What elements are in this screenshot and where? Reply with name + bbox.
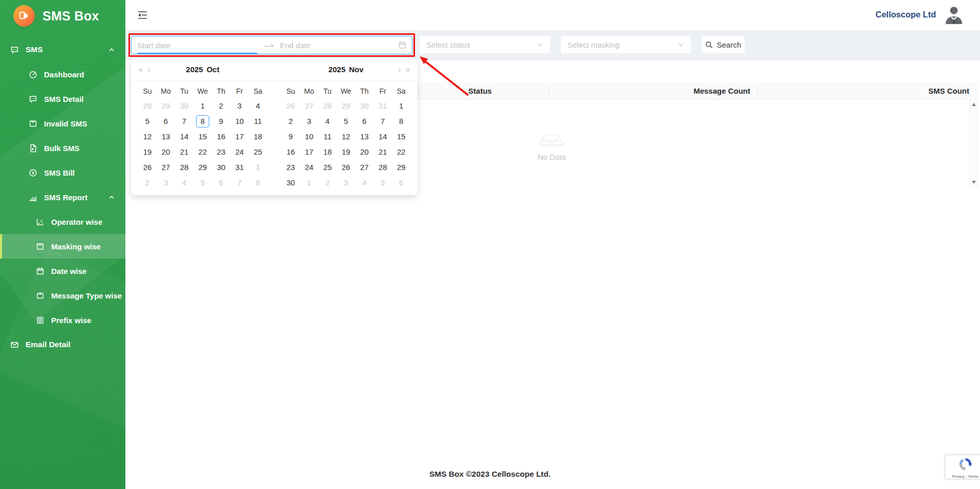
app-logo[interactable]: SMS Box <box>0 0 125 31</box>
sidebar-item-sms[interactable]: SMS <box>0 37 125 62</box>
calendar-day[interactable]: 10 <box>300 129 318 144</box>
calendar-day[interactable]: 11 <box>318 129 337 144</box>
calendar-day[interactable]: 3 <box>157 175 175 190</box>
super-next-icon[interactable]: » <box>406 66 410 74</box>
calendar-day[interactable]: 1 <box>193 98 212 114</box>
sidebar-item-invalid-sms[interactable]: Invalid SMS <box>0 111 125 136</box>
calendar-day[interactable]: 19 <box>337 144 355 160</box>
calendar-day[interactable]: 21 <box>175 144 193 160</box>
calendar-day[interactable]: 26 <box>281 98 300 114</box>
calendar-day[interactable]: 19 <box>138 144 157 160</box>
sidebar-item-email-detail[interactable]: Email Detail <box>0 332 125 357</box>
calendar-day[interactable]: 29 <box>337 98 355 114</box>
end-date-input[interactable]: End date <box>276 41 398 50</box>
calendar-day[interactable]: 27 <box>157 160 175 175</box>
table-scrollbar[interactable] <box>970 99 977 187</box>
calendar-day[interactable]: 30 <box>212 160 230 175</box>
calendar-day[interactable]: 2 <box>212 98 230 114</box>
calendar-day[interactable]: 26 <box>138 160 157 175</box>
calendar-day[interactable]: 30 <box>175 98 193 114</box>
sidebar-item-dashboard[interactable]: Dashboard <box>0 62 125 87</box>
calendar-day[interactable]: 25 <box>249 144 267 160</box>
calendar-day[interactable]: 2 <box>318 175 337 190</box>
sidebar-item-masking-wise[interactable]: Masking wise <box>0 234 125 259</box>
calendar-day[interactable]: 7 <box>175 114 193 129</box>
calendar-day[interactable]: 8 <box>249 175 267 190</box>
calendar-day[interactable]: 5 <box>193 175 212 190</box>
calendar-day[interactable]: 4 <box>175 175 193 190</box>
calendar-day[interactable]: 17 <box>300 144 318 160</box>
calendar-day[interactable]: 14 <box>374 129 392 144</box>
calendar-day[interactable]: 28 <box>175 160 193 175</box>
calendar-day[interactable]: 29 <box>193 160 212 175</box>
super-prev-icon[interactable]: « <box>139 66 143 74</box>
next-icon[interactable]: › <box>399 66 401 74</box>
calendar-day[interactable]: 3 <box>230 98 249 114</box>
calendar-day[interactable]: 27 <box>355 160 374 175</box>
calendar-day[interactable]: 24 <box>230 144 249 160</box>
calendar-day[interactable]: 15 <box>392 129 410 144</box>
calendar-day[interactable]: 27 <box>300 98 318 114</box>
calendar-day[interactable]: 6 <box>212 175 230 190</box>
calendar-day[interactable]: 24 <box>300 160 318 175</box>
calendar-day[interactable]: 25 <box>318 160 337 175</box>
calendar-day[interactable]: 6 <box>355 114 374 129</box>
calendar-day[interactable]: 16 <box>212 129 230 144</box>
calendar-day[interactable]: 5 <box>337 114 355 129</box>
calendar-day[interactable]: 12 <box>337 129 355 144</box>
calendar-year-button[interactable]: 2025 <box>186 65 203 74</box>
sidebar-item-sms-detail[interactable]: SMS Detail <box>0 87 125 111</box>
menu-fold-icon[interactable] <box>137 10 148 20</box>
calendar-day[interactable]: 13 <box>355 129 374 144</box>
calendar-month-button[interactable]: Oct <box>207 65 220 74</box>
calendar-day[interactable]: 20 <box>157 144 175 160</box>
calendar-day[interactable]: 4 <box>355 175 374 190</box>
calendar-day[interactable]: 12 <box>138 129 157 144</box>
calendar-day[interactable]: 2 <box>281 114 300 129</box>
scroll-up-icon[interactable] <box>972 103 976 106</box>
calendar-day[interactable]: 4 <box>249 98 267 114</box>
calendar-day[interactable]: 26 <box>337 160 355 175</box>
calendar-day[interactable]: 23 <box>212 144 230 160</box>
calendar-day[interactable]: 4 <box>318 114 337 129</box>
user-avatar-icon[interactable] <box>944 5 964 25</box>
prev-icon[interactable]: ‹ <box>148 66 150 74</box>
calendar-day[interactable]: 23 <box>281 160 300 175</box>
sidebar-item-bulk-sms[interactable]: Bulk SMS <box>0 136 125 160</box>
calendar-day[interactable]: 5 <box>374 175 392 190</box>
calendar-day[interactable]: 9 <box>212 114 230 129</box>
calendar-day[interactable]: 31 <box>374 98 392 114</box>
calendar-day[interactable]: 22 <box>193 144 212 160</box>
calendar-day[interactable]: 31 <box>230 160 249 175</box>
calendar-day[interactable]: 13 <box>157 129 175 144</box>
calendar-day[interactable]: 6 <box>157 114 175 129</box>
calendar-day[interactable]: 1 <box>392 98 410 114</box>
calendar-day[interactable]: 8 <box>392 114 410 129</box>
masking-select[interactable]: Select masking <box>561 36 691 53</box>
calendar-day[interactable]: 18 <box>249 129 267 144</box>
sidebar-item-date-wise[interactable]: Date wise <box>0 259 125 283</box>
calendar-month-button[interactable]: Nov <box>349 65 363 74</box>
calendar-day[interactable]: 11 <box>249 114 267 129</box>
calendar-day[interactable]: 29 <box>392 160 410 175</box>
calendar-day[interactable]: 8 <box>193 114 212 129</box>
sidebar-item-sms-report[interactable]: SMS Report <box>0 185 125 209</box>
calendar-day[interactable]: 2 <box>138 175 157 190</box>
start-date-input[interactable]: Start date <box>137 41 264 50</box>
calendar-day[interactable]: 7 <box>230 175 249 190</box>
calendar-day[interactable]: 30 <box>281 175 300 190</box>
sidebar-item-sms-bill[interactable]: $SMS Bill <box>0 160 125 185</box>
calendar-day[interactable]: 28 <box>318 98 337 114</box>
calendar-day[interactable]: 29 <box>157 98 175 114</box>
calendar-day[interactable]: 1 <box>249 160 267 175</box>
calendar-day[interactable]: 10 <box>230 114 249 129</box>
calendar-day[interactable]: 7 <box>374 114 392 129</box>
calendar-day[interactable]: 6 <box>392 175 410 190</box>
sidebar-item-message-type-wise[interactable]: Message Type wise <box>0 283 125 308</box>
sidebar-item-prefix-wise[interactable]: Prefix wise <box>0 308 125 332</box>
calendar-day[interactable]: 3 <box>337 175 355 190</box>
calendar-year-button[interactable]: 2025 <box>329 65 345 74</box>
calendar-day[interactable]: 9 <box>281 129 300 144</box>
calendar-day[interactable]: 3 <box>300 114 318 129</box>
date-range-picker[interactable]: Start date End date <box>131 36 412 54</box>
